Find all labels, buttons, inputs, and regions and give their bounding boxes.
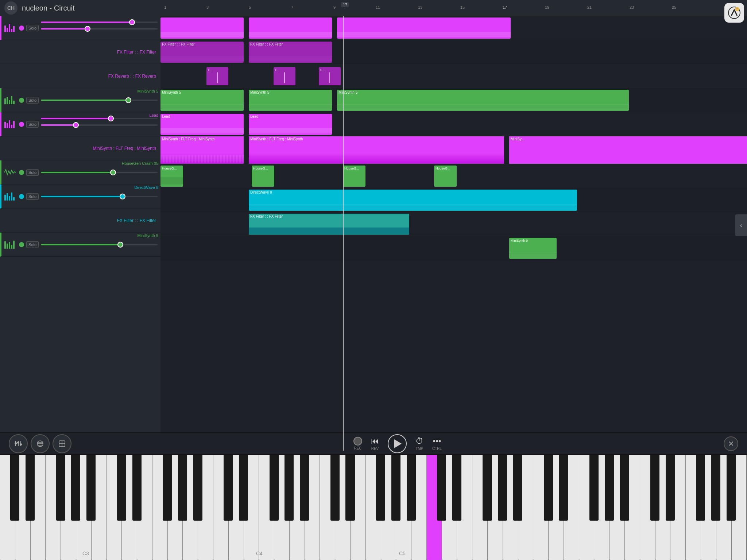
close-button[interactable]: ✕ xyxy=(724,436,738,451)
clip-housegen-4[interactable]: HouseG... xyxy=(434,166,457,187)
black-key-D3[interactable] xyxy=(239,455,248,521)
rev-button[interactable]: ⏮ REV xyxy=(371,436,379,451)
solo-button-directwave8[interactable]: Solo xyxy=(26,193,39,200)
sidebar-collapse-button[interactable]: ‹ xyxy=(735,214,747,236)
app-logo[interactable]: CH xyxy=(4,1,18,15)
clip-pink-1a[interactable] xyxy=(160,18,244,39)
white-key-F7[interactable] xyxy=(686,455,701,560)
clip-housegen-1[interactable]: HouseG... xyxy=(160,166,183,187)
play-button[interactable] xyxy=(388,434,407,453)
clip-fx-filter-1b[interactable]: FX Filter : : FX Filter xyxy=(249,42,332,63)
ctrl-button[interactable]: ••• CTRL xyxy=(432,436,442,451)
clip-fx-reverb-1[interactable]: F... xyxy=(206,67,228,85)
clip-minisynth-flt-2[interactable]: MiniSynth : FLT Freq : MiniSynth xyxy=(249,136,504,164)
white-key-F5[interactable] xyxy=(472,455,488,560)
black-key-A2[interactable] xyxy=(193,455,202,521)
white-key-F1[interactable] xyxy=(46,455,61,560)
clip-fx-filter-1a[interactable]: FX Filter : : FX Filter xyxy=(160,42,244,63)
black-key-C1[interactable] xyxy=(10,455,19,521)
white-key-C1[interactable] xyxy=(0,455,15,560)
solo-button-minisynth9[interactable]: Solo xyxy=(26,241,39,248)
black-key-G1[interactable] xyxy=(71,455,80,521)
white-key-C2[interactable] xyxy=(107,455,122,560)
fader-area-minisynth9[interactable] xyxy=(41,238,158,251)
clip-minisynth-flt-1[interactable]: MiniSynth : FLT Freq : MiniSynth xyxy=(160,136,244,164)
fader-area-lead[interactable] xyxy=(41,118,158,131)
black-key-A1[interactable] xyxy=(86,455,96,521)
fader-area-minisynth5[interactable] xyxy=(41,94,158,107)
pattern-button[interactable] xyxy=(53,434,71,453)
clip-pink-1c[interactable] xyxy=(337,18,511,39)
white-key-F2[interactable] xyxy=(152,455,168,560)
black-key-D1[interactable] xyxy=(26,455,35,521)
black-key-A5[interactable] xyxy=(513,455,522,521)
black-key-G4[interactable] xyxy=(391,455,400,521)
black-key-G5[interactable] xyxy=(498,455,507,521)
solo-button-minisynth5[interactable]: Solo xyxy=(26,97,39,104)
clip-pink-1b[interactable] xyxy=(249,18,332,39)
clip-housegen-3[interactable]: HouseG... xyxy=(343,166,365,187)
fader-area-1[interactable] xyxy=(41,22,158,35)
clip-fx-filter-2[interactable]: FX Filter : : FX Filter xyxy=(249,214,409,235)
black-key-A7[interactable] xyxy=(727,455,736,521)
clip-minisynth-flt-3[interactable]: MiniSy... xyxy=(509,136,747,164)
black-key-G6[interactable] xyxy=(605,455,614,521)
white-key-C3[interactable] xyxy=(213,455,229,560)
rec-button[interactable]: REC xyxy=(353,437,362,450)
white-key-C7[interactable] xyxy=(640,455,655,560)
black-key-C4[interactable] xyxy=(330,455,340,521)
clip-minisynth9[interactable]: MiniSynth 9 xyxy=(509,238,557,259)
clip-lead-2[interactable]: Lead xyxy=(249,114,332,135)
mixer-button[interactable] xyxy=(9,434,28,453)
black-key-F3[interactable] xyxy=(270,455,279,521)
arranger-area[interactable]: FX Filter : : FX Filter FX Filter : : FX… xyxy=(160,16,747,451)
clip-fx-reverb-2[interactable]: F... xyxy=(274,67,295,85)
clip-housegen-2[interactable]: HouseG... xyxy=(252,166,274,187)
black-key-G2[interactable] xyxy=(178,455,187,521)
fader-area-housegen[interactable] xyxy=(41,166,158,179)
solo-button-housegen[interactable]: Solo xyxy=(26,169,39,176)
solo-button-lead[interactable]: Solo xyxy=(26,121,39,128)
black-key-D7[interactable] xyxy=(666,455,675,521)
track-dot-1[interactable] xyxy=(19,26,24,31)
clip-lead-1[interactable]: Lead xyxy=(160,114,244,135)
black-key-F6[interactable] xyxy=(589,455,599,521)
black-key-A4[interactable] xyxy=(407,455,416,521)
clip-minisynth5-2[interactable]: MiniSynth 5 xyxy=(249,90,332,111)
black-key-F7[interactable] xyxy=(696,455,705,521)
black-key-F5[interactable] xyxy=(483,455,492,521)
black-key-A3[interactable] xyxy=(300,455,309,521)
fader-area-directwave8[interactable] xyxy=(41,190,158,203)
black-key-G3[interactable] xyxy=(285,455,294,521)
track-dot-lead[interactable] xyxy=(19,122,24,127)
tmp-button[interactable]: ⏱ TMP xyxy=(415,436,423,451)
playhead[interactable] xyxy=(343,16,344,451)
black-key-F1[interactable] xyxy=(56,455,65,521)
eq-button[interactable] xyxy=(31,434,50,453)
white-key-C5[interactable] xyxy=(427,455,442,560)
track-dot-minisynth5[interactable] xyxy=(19,98,24,103)
black-key-F4[interactable] xyxy=(376,455,385,521)
white-key-F3[interactable] xyxy=(259,455,274,560)
white-key-C4[interactable] xyxy=(320,455,335,560)
black-key-D5[interactable] xyxy=(452,455,461,521)
black-key-C3[interactable] xyxy=(224,455,233,521)
clip-directwave8[interactable]: DirectWave 8 xyxy=(249,190,577,211)
track-dot-directwave8[interactable] xyxy=(19,194,24,199)
solo-button-1[interactable]: Solo xyxy=(26,25,39,31)
black-key-A6[interactable] xyxy=(620,455,629,521)
black-key-D6[interactable] xyxy=(559,455,568,521)
black-key-C5[interactable] xyxy=(437,455,446,521)
clip-fx-reverb-3[interactable]: F... xyxy=(319,67,341,85)
white-key-C6[interactable] xyxy=(533,455,549,560)
white-key-F4[interactable] xyxy=(366,455,381,560)
black-key-C6[interactable] xyxy=(544,455,553,521)
black-key-D2[interactable] xyxy=(132,455,142,521)
black-key-C7[interactable] xyxy=(650,455,659,521)
track-dot-housegen[interactable] xyxy=(19,170,24,175)
black-key-F2[interactable] xyxy=(163,455,172,521)
black-key-D4[interactable] xyxy=(345,455,355,521)
white-key-F6[interactable] xyxy=(579,455,595,560)
black-key-G7[interactable] xyxy=(711,455,720,521)
track-dot-minisynth9[interactable] xyxy=(19,242,24,247)
